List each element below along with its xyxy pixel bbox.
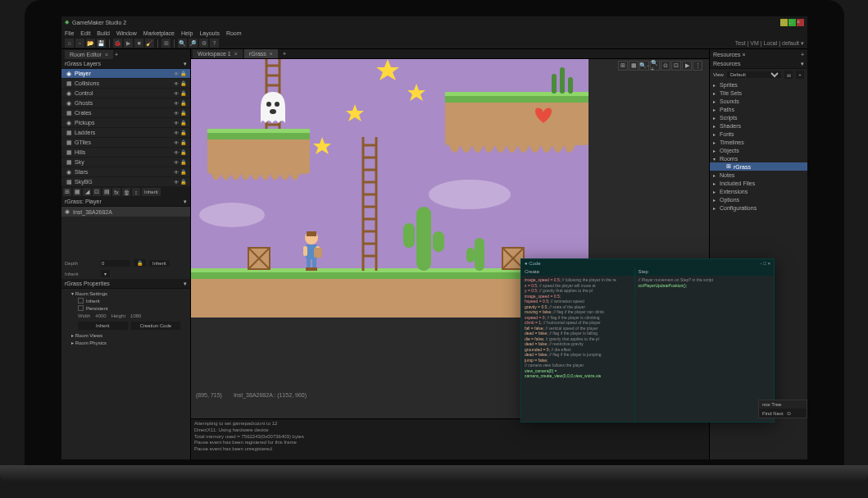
resource-item[interactable]: ▸Objects [710, 146, 807, 154]
view-add-icon[interactable]: + [796, 71, 804, 79]
layer-item[interactable]: ◉Stars👁🔒 [61, 167, 190, 177]
create-event-tab[interactable]: Create [521, 267, 634, 276]
visibility-icon[interactable]: 👁 [174, 170, 180, 175]
resources-header[interactable]: Resources ▾ [710, 59, 807, 69]
visibility-icon[interactable]: 👁 [174, 150, 180, 155]
menu-window[interactable]: Window [116, 30, 137, 36]
stop-icon[interactable]: ■ [134, 39, 143, 48]
visibility-icon[interactable]: 👁 [174, 81, 180, 86]
game-options-icon[interactable]: ⚙ [199, 39, 208, 48]
visibility-icon[interactable]: 👁 [174, 180, 180, 185]
resource-item[interactable]: ▸Extensions [710, 187, 807, 195]
resource-item[interactable]: ▸Sounds [710, 97, 807, 105]
open-icon[interactable]: 📂 [86, 39, 95, 48]
code-window[interactable]: ● Code- □ × Create image_speed = 0.5; //… [520, 258, 775, 423]
more-icon[interactable]: ⋮ [693, 61, 702, 71]
lock-icon[interactable]: 🔒 [134, 259, 146, 267]
resource-item[interactable]: ▸Shaders [710, 121, 807, 130]
resources-tab[interactable]: Resources× + [710, 49, 807, 59]
resource-item[interactable]: ▸Timelines [710, 138, 807, 146]
resource-item[interactable]: ▾Rooms [710, 154, 807, 162]
layer-item[interactable]: ▦Ladders👁🔒 [61, 128, 190, 138]
save-icon[interactable]: 💾 [97, 39, 106, 48]
add-path-layer-icon[interactable]: ◢ [83, 188, 91, 196]
add-asset-layer-icon[interactable]: ⊡ [93, 188, 101, 196]
view-select[interactable]: Default [727, 71, 781, 78]
menu-file[interactable]: File [65, 30, 74, 36]
resource-item[interactable]: ▸Options [710, 195, 807, 203]
room-editor-tab[interactable]: Room Editor × [65, 50, 113, 59]
lock-icon[interactable]: 🔒 [180, 139, 187, 145]
inherit-button[interactable]: Inherit [149, 260, 170, 267]
add-fx-layer-icon[interactable]: fx [112, 188, 120, 196]
close-icon[interactable]: × [234, 51, 238, 57]
instances-header[interactable]: rGrass: Player ▾ [61, 197, 190, 207]
add-tab-icon[interactable]: + [115, 52, 118, 57]
zoom-in-icon[interactable]: 🔍+ [650, 61, 660, 71]
zoom-out-icon[interactable]: 🔍- [639, 61, 649, 71]
collapse-icon[interactable]: ▾ [801, 61, 804, 67]
creation-code-button[interactable]: Creation Code [131, 322, 181, 330]
play-room-icon[interactable]: ▶ [682, 61, 692, 71]
view-grid-icon[interactable]: ⊞ [784, 71, 793, 79]
code-window-title[interactable]: ● Code- □ × [521, 259, 774, 267]
grid-icon[interactable]: ⊞ [618, 61, 628, 71]
lock-icon[interactable]: 🔒 [180, 120, 187, 126]
close-icon[interactable]: - □ × [761, 261, 770, 266]
menu-room[interactable]: Room [226, 30, 242, 36]
menu-edit[interactable]: Edit [80, 30, 90, 36]
layer-item[interactable]: ▩SkyBG👁🔒 [61, 177, 190, 187]
layer-item[interactable]: ▦Hills👁🔒 [61, 148, 190, 158]
room-physics-node[interactable]: ▸ Room Physics [65, 339, 187, 346]
code-editor-step[interactable]: // Player movement on Step? in the scrip… [635, 276, 774, 422]
visibility-icon[interactable]: 👁 [174, 121, 180, 126]
resource-item[interactable]: ▸Included Files [710, 179, 807, 187]
visibility-icon[interactable]: 👁 [174, 101, 180, 106]
visibility-icon[interactable]: 👁 [174, 160, 180, 165]
create-exe-icon[interactable]: ⊞ [161, 39, 170, 48]
menu-layouts[interactable]: Layouts [199, 30, 220, 36]
debug-icon[interactable]: 🐞 [113, 39, 122, 48]
room-settings-node[interactable]: ▾ Room Settings [65, 290, 187, 297]
persistent-checkbox[interactable]: Persistent [65, 304, 187, 312]
menu-marketplace[interactable]: Marketplace [143, 30, 175, 36]
delete-layer-icon[interactable]: 🗑 [122, 188, 130, 196]
add-instance-layer-icon[interactable]: ⊞ [63, 188, 71, 196]
lock-icon[interactable]: 🔒 [180, 110, 187, 116]
layer-item[interactable]: ▦GTiles👁🔒 [61, 138, 190, 148]
collapse-icon[interactable]: ▾ [184, 199, 187, 205]
room-props-header[interactable]: rGrass Properties ▾ [61, 279, 190, 289]
tab-rgrass[interactable]: rGrass× [244, 49, 278, 58]
lock-icon[interactable]: 🔒 [180, 90, 187, 96]
lock-icon[interactable]: 🔒 [180, 179, 187, 185]
center-icon[interactable]: ⊡ [671, 61, 681, 71]
layer-item[interactable]: ◉Ghosts👁🔒 [61, 98, 190, 108]
instance-item[interactable]: ◉ Inst_38A2682A [61, 207, 190, 217]
tab-workspace1[interactable]: Workspace 1× [193, 49, 243, 58]
inheritance-tree-panel[interactable]: nce Tree Find Next⊙ [758, 400, 807, 418]
lock-icon[interactable]: 🔒 [180, 130, 187, 135]
resource-item[interactable]: ▸Paths [710, 105, 807, 113]
step-event-tab[interactable]: Step [635, 267, 774, 276]
lock-icon[interactable]: 🔒 [180, 159, 187, 165]
lock-icon[interactable]: 🔒 [180, 100, 187, 106]
menu-build[interactable]: Build [97, 30, 110, 36]
close-icon[interactable]: × [105, 52, 108, 57]
collapse-icon[interactable]: ▾ [184, 281, 187, 287]
folder-layer-icon[interactable]: ↕ [132, 188, 140, 196]
zoom-reset-icon[interactable]: ⊙ [661, 61, 670, 71]
resource-item[interactable]: ▸Notes [710, 171, 807, 179]
layer-item[interactable]: ◉Control👁🔒 [61, 89, 190, 98]
close-icon[interactable]: × [270, 51, 273, 57]
collapse-icon[interactable]: ▾ [184, 61, 187, 67]
code-editor-create[interactable]: image_speed = 0.5; // following the play… [521, 276, 634, 422]
resource-item[interactable]: ▸Configurations [710, 203, 807, 212]
lock-icon[interactable]: 🔒 [180, 149, 187, 155]
snap-icon[interactable]: ▦ [629, 61, 639, 71]
layer-item[interactable]: ▦Collisions👁🔒 [61, 79, 190, 89]
new-icon[interactable]: ▫ [75, 39, 84, 48]
layer-item[interactable]: ◉Pickups👁🔒 [61, 118, 190, 128]
inherit-checkbox[interactable]: Inherit [65, 297, 187, 304]
resource-item[interactable]: ⊞rGrass [710, 162, 807, 171]
close-icon[interactable]: × [742, 52, 745, 57]
